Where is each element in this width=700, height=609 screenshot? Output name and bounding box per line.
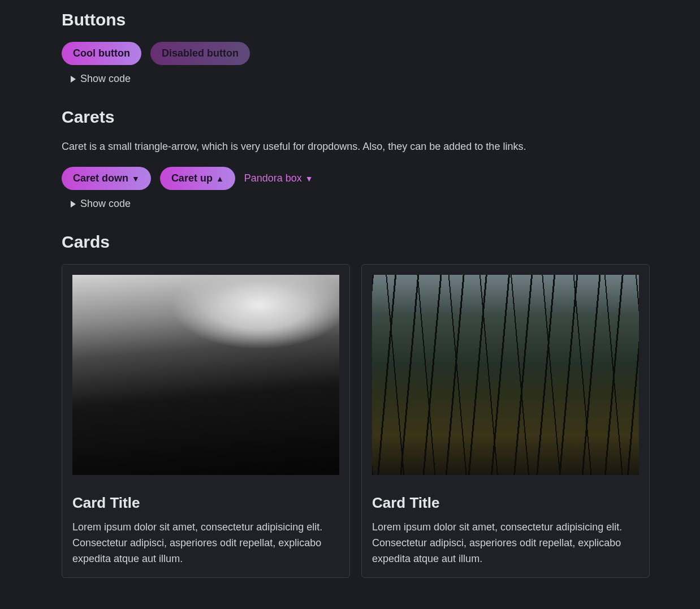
caret-right-icon — [71, 76, 76, 83]
caret-up-button[interactable]: Caret up ▲ — [160, 167, 235, 190]
caret-down-icon: ▼ — [132, 175, 140, 183]
section-heading-carets: Carets — [62, 107, 650, 127]
card: Card Title Lorem ipsum dolor sit amet, c… — [62, 264, 350, 578]
buttons-row: Cool button Disabled button — [62, 42, 650, 65]
show-code-carets[interactable]: Show code — [71, 198, 650, 210]
caret-up-icon: ▲ — [216, 175, 224, 183]
show-code-label: Show code — [80, 73, 131, 85]
section-heading-cards: Cards — [62, 232, 650, 252]
cool-button[interactable]: Cool button — [62, 42, 141, 65]
caret-down-button[interactable]: Caret down ▼ — [62, 167, 151, 190]
pandora-box-link[interactable]: Pandora box ▼ — [244, 172, 313, 184]
disabled-button: Disabled button — [150, 42, 250, 65]
card-body: Lorem ipsum dolor sit amet, consectetur … — [72, 520, 339, 567]
show-code-label: Show code — [80, 198, 131, 210]
pandora-box-label: Pandora box — [244, 172, 302, 184]
section-heading-buttons: Buttons — [62, 10, 650, 29]
card: Card Title Lorem ipsum dolor sit amet, c… — [361, 264, 650, 578]
show-code-buttons[interactable]: Show code — [71, 73, 650, 85]
card-body: Lorem ipsum dolor sit amet, consectetur … — [372, 520, 639, 567]
card-image — [372, 275, 639, 475]
carets-description: Caret is a small triangle-arrow, which i… — [62, 139, 650, 154]
carets-row: Caret down ▼ Caret up ▲ Pandora box ▼ — [62, 167, 650, 190]
caret-down-label: Caret down — [73, 172, 128, 184]
card-image — [72, 275, 339, 475]
caret-right-icon — [71, 201, 76, 208]
caret-down-icon: ▼ — [305, 175, 313, 183]
cards-grid: Card Title Lorem ipsum dolor sit amet, c… — [62, 264, 650, 578]
card-title: Card Title — [372, 494, 639, 512]
card-title: Card Title — [72, 494, 339, 512]
caret-up-label: Caret up — [171, 172, 213, 184]
